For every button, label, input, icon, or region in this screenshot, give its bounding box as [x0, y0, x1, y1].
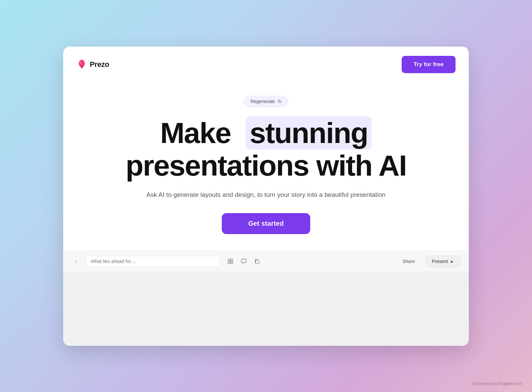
- hero-subtitle: Ask AI to generate layouts and design, t…: [146, 191, 386, 198]
- logo-icon: [76, 59, 87, 70]
- svg-rect-3: [81, 67, 82, 68]
- regenerate-icon: ↻: [278, 99, 282, 104]
- svg-rect-9: [241, 259, 246, 263]
- layout-icon[interactable]: [226, 257, 235, 266]
- svg-rect-6: [231, 259, 233, 261]
- hero-title: Make stunning presentations with AI: [126, 116, 407, 182]
- logo: Prezo: [76, 59, 109, 70]
- hero-title-line2: presentations with AI: [126, 149, 407, 182]
- present-button[interactable]: Present ▶: [426, 256, 461, 267]
- get-started-button[interactable]: Get started: [222, 213, 311, 234]
- svg-point-4: [80, 62, 81, 64]
- search-input[interactable]: [86, 256, 220, 267]
- watermark: Screenshot by Xnapper.com: [472, 381, 522, 386]
- play-icon: ▶: [450, 259, 455, 264]
- present-label: Present: [432, 259, 448, 264]
- svg-rect-10: [256, 260, 259, 264]
- try-free-button[interactable]: Try for free: [402, 56, 456, 73]
- copy-icon[interactable]: [252, 257, 262, 266]
- share-button[interactable]: Share: [397, 256, 420, 267]
- preview-content: [63, 272, 469, 345]
- app-preview-bar: ‹: [63, 251, 469, 272]
- svg-rect-7: [228, 262, 230, 264]
- header: Prezo Try for free: [63, 47, 469, 82]
- hero-section: Regenerate ↻ Make stunning presentations…: [63, 82, 469, 251]
- hero-title-highlight: stunning: [246, 116, 372, 150]
- main-card: Prezo Try for free Regenerate ↻ Make stu…: [63, 47, 469, 346]
- comment-icon[interactable]: [239, 257, 248, 266]
- svg-rect-2: [81, 66, 83, 67]
- svg-rect-5: [228, 259, 230, 261]
- back-button[interactable]: ‹: [71, 257, 80, 266]
- logo-text: Prezo: [90, 60, 109, 69]
- regenerate-bubble[interactable]: Regenerate ↻: [244, 96, 288, 107]
- hero-title-make: Make: [160, 116, 231, 149]
- svg-rect-8: [231, 262, 233, 264]
- regenerate-label: Regenerate: [250, 99, 275, 104]
- toolbar-icons: [226, 257, 262, 266]
